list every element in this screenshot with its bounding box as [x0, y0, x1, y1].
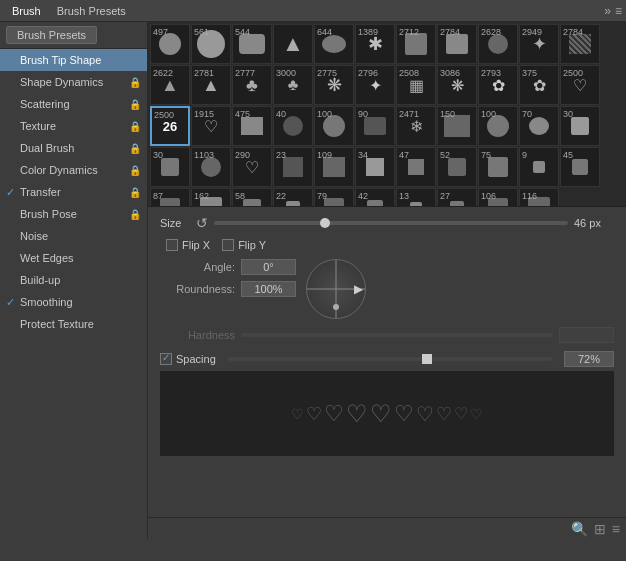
brush-cell[interactable]: 561: [191, 24, 231, 64]
brush-cell[interactable]: 13: [396, 188, 436, 207]
sidebar-item-dual-brush[interactable]: Dual Brush 🔒: [0, 137, 147, 159]
brush-cell[interactable]: 2622▲: [150, 65, 190, 105]
brush-cell[interactable]: 2949✦: [519, 24, 559, 64]
brush-cell[interactable]: 2500♡: [560, 65, 600, 105]
sidebar-item-transfer[interactable]: ✓ Transfer 🔒: [0, 181, 147, 203]
brush-cell[interactable]: 30: [150, 147, 190, 187]
flip-y-checkbox[interactable]: Flip Y: [222, 239, 266, 251]
hardness-input[interactable]: [559, 327, 614, 343]
brush-cell[interactable]: 52: [437, 147, 477, 187]
options-icon[interactable]: ≡: [612, 521, 620, 537]
checkbox-icon[interactable]: [166, 239, 178, 251]
angle-wheel[interactable]: ▶: [306, 259, 366, 319]
sidebar-item-texture[interactable]: Texture 🔒: [0, 115, 147, 137]
brush-cell[interactable]: 116: [519, 188, 559, 207]
brush-cell[interactable]: 34: [355, 147, 395, 187]
tab-brush[interactable]: Brush: [4, 3, 49, 19]
sidebar-item-brush-tip-shape[interactable]: Brush Tip Shape: [0, 49, 147, 71]
brush-cell[interactable]: 162: [191, 188, 231, 207]
brush-cell[interactable]: 2784: [437, 24, 477, 64]
sidebar-item-label: Brush Tip Shape: [20, 54, 141, 66]
sidebar-item-wet-edges[interactable]: Wet Edges: [0, 247, 147, 269]
roundness-input[interactable]: [241, 281, 296, 297]
sidebar-item-build-up[interactable]: Build-up: [0, 269, 147, 291]
brush-cell[interactable]: 2796✦: [355, 65, 395, 105]
brush-cell[interactable]: 30: [560, 106, 600, 146]
brush-cell[interactable]: 75: [478, 147, 518, 187]
brush-cell[interactable]: ▲: [273, 24, 313, 64]
brush-cell[interactable]: 87: [150, 188, 190, 207]
brush-cell[interactable]: 544: [232, 24, 272, 64]
brush-cell[interactable]: 150: [437, 106, 477, 146]
sidebar-item-noise[interactable]: Noise: [0, 225, 147, 247]
brush-cell[interactable]: 2471❄: [396, 106, 436, 146]
wheel-handle-dot[interactable]: [333, 304, 339, 310]
sidebar-item-shape-dynamics[interactable]: Shape Dynamics 🔒: [0, 71, 147, 93]
angle-input[interactable]: [241, 259, 296, 275]
brush-cell[interactable]: 1389✱: [355, 24, 395, 64]
brush-cell[interactable]: 1915♡: [191, 106, 231, 146]
sidebar-item-protect-texture[interactable]: Protect Texture: [0, 313, 147, 335]
spacing-checkbox[interactable]: Spacing: [160, 353, 216, 365]
brush-presets-button[interactable]: Brush Presets: [6, 26, 97, 44]
angle-roundness-area: Angle: Roundness: ▶: [160, 259, 614, 319]
grid-icon[interactable]: ⊞: [594, 521, 606, 537]
brush-cell[interactable]: 2777♣: [232, 65, 272, 105]
brush-cell[interactable]: 22: [273, 188, 313, 207]
brush-cell[interactable]: 2712: [396, 24, 436, 64]
brush-cell[interactable]: 1103: [191, 147, 231, 187]
brush-cell[interactable]: 42: [355, 188, 395, 207]
brush-cell[interactable]: 3086❋: [437, 65, 477, 105]
sidebar-item-label: Brush Pose: [20, 208, 129, 220]
brush-cell[interactable]: 497: [150, 24, 190, 64]
brush-cell[interactable]: 9: [519, 147, 559, 187]
check-icon: [6, 274, 20, 286]
brush-cell[interactable]: 2775❋: [314, 65, 354, 105]
brush-cell[interactable]: 27: [437, 188, 477, 207]
sidebar-item-brush-pose[interactable]: Brush Pose 🔒: [0, 203, 147, 225]
sidebar-item-smoothing[interactable]: ✓ Smoothing: [0, 291, 147, 313]
spacing-input[interactable]: [564, 351, 614, 367]
brush-grid[interactable]: 497 561 544 ▲ 644 1389✱ 2712 2784 2628 2…: [148, 22, 626, 207]
spacing-slider[interactable]: [228, 357, 552, 361]
brush-cell[interactable]: 79: [314, 188, 354, 207]
expand-icon[interactable]: »: [604, 4, 611, 18]
size-reset-icon[interactable]: ↺: [196, 215, 208, 231]
brush-cell[interactable]: 109: [314, 147, 354, 187]
brush-cell[interactable]: 100: [478, 106, 518, 146]
brush-cell[interactable]: 290♡: [232, 147, 272, 187]
brush-cell[interactable]: 2781▲: [191, 65, 231, 105]
brush-cell-selected[interactable]: 250026: [150, 106, 190, 146]
brush-cell[interactable]: 90: [355, 106, 395, 146]
sidebar-item-color-dynamics[interactable]: Color Dynamics 🔒: [0, 159, 147, 181]
flip-x-checkbox[interactable]: Flip X: [166, 239, 210, 251]
spacing-check-icon[interactable]: [160, 353, 172, 365]
hardness-slider[interactable]: [241, 333, 553, 337]
brush-cell[interactable]: 58: [232, 188, 272, 207]
brush-cell[interactable]: 23: [273, 147, 313, 187]
preview-heart: ♡: [454, 404, 468, 423]
size-slider[interactable]: [214, 221, 568, 225]
brush-cell[interactable]: 2628: [478, 24, 518, 64]
brush-cell[interactable]: 2784: [560, 24, 600, 64]
sidebar-item-scattering[interactable]: Scattering 🔒: [0, 93, 147, 115]
brush-cell[interactable]: 70: [519, 106, 559, 146]
brush-cell[interactable]: 45: [560, 147, 600, 187]
brush-cell[interactable]: 375✿: [519, 65, 559, 105]
size-slider-thumb[interactable]: [320, 218, 330, 228]
brush-cell[interactable]: 106: [478, 188, 518, 207]
checkbox-icon[interactable]: [222, 239, 234, 251]
tab-brush-presets[interactable]: Brush Presets: [49, 3, 134, 19]
spacing-slider-thumb[interactable]: [422, 354, 432, 364]
brush-cell[interactable]: 47: [396, 147, 436, 187]
brush-cell[interactable]: 2793✿: [478, 65, 518, 105]
brush-cell[interactable]: 2508▦: [396, 65, 436, 105]
brush-cell[interactable]: 100: [314, 106, 354, 146]
main-layout: Brush Presets Brush Tip Shape Shape Dyna…: [0, 22, 626, 539]
brush-cell[interactable]: 475: [232, 106, 272, 146]
brush-cell[interactable]: 3000♣: [273, 65, 313, 105]
menu-icon[interactable]: ≡: [615, 4, 622, 18]
brush-cell[interactable]: 644: [314, 24, 354, 64]
zoom-icon[interactable]: 🔍: [571, 521, 588, 537]
brush-cell[interactable]: 40: [273, 106, 313, 146]
